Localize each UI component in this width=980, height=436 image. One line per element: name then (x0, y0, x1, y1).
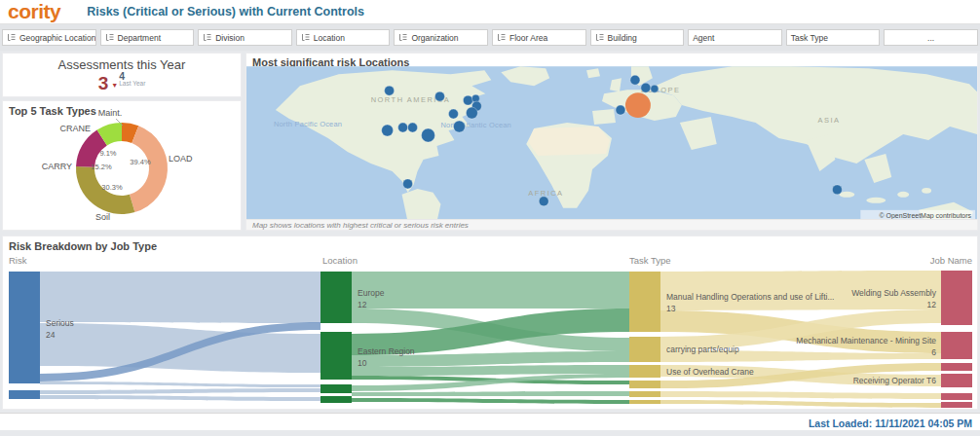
map-risk-point[interactable] (630, 75, 640, 85)
filter-agent[interactable]: Agent (688, 29, 782, 46)
sankey-flow[interactable] (352, 391, 629, 396)
filter-label: Organization (411, 33, 458, 43)
sankey-node[interactable] (629, 391, 660, 397)
sankey-node-value: 12 (927, 300, 937, 309)
map-risk-point[interactable] (385, 86, 395, 95)
risk-locations-map-panel: Most significant risk Locations NORTH AM… (245, 53, 978, 231)
filter-bar: Geographic Location Department Division … (0, 24, 980, 51)
filter-organization[interactable]: Organization (394, 29, 488, 46)
sankey-node-eastern-region[interactable] (320, 332, 352, 380)
sankey-column-header-risk: Risk (9, 255, 27, 266)
map-label-ocean: North Pacific Ocean (274, 120, 342, 128)
sankey-flow[interactable] (660, 391, 941, 399)
sankey-node-europe[interactable] (320, 272, 352, 323)
drill-down-icon (105, 33, 114, 42)
sankey-flow[interactable] (352, 272, 629, 309)
sankey-node-label: Receiving Operator T6 (853, 376, 937, 385)
filter-task-type[interactable]: Task Type (786, 29, 881, 46)
filter-label: Building (608, 33, 637, 43)
map-risk-point[interactable] (403, 179, 413, 189)
filter-label: Floor Area (509, 33, 547, 43)
sankey-node-use-of-overhead-crane[interactable] (629, 365, 660, 378)
filter-label: Location (314, 33, 345, 43)
donut-percent-label: 15.2% (91, 163, 112, 171)
map-risk-point[interactable] (651, 85, 659, 92)
cority-logo: cority (8, 2, 60, 21)
sankey-node-receiving-operator-t6[interactable] (941, 374, 972, 387)
map-risk-point[interactable] (382, 125, 394, 136)
assessments-kpi-panel: Assessments this Year 3▼4Last Year (2, 53, 242, 97)
sankey-node-serious[interactable] (9, 272, 40, 383)
filter-floor-area[interactable]: Floor Area (492, 29, 586, 46)
map-risk-point[interactable] (448, 109, 458, 119)
map-risk-point[interactable] (539, 197, 548, 206)
map-risk-point[interactable] (463, 95, 472, 105)
sankey-flow[interactable] (40, 382, 320, 387)
sankey-node[interactable] (629, 400, 660, 404)
page-title: Risks (Critical or Serious) with Current… (87, 5, 364, 18)
sankey-node-manual-handling-operations-and[interactable] (629, 272, 660, 332)
sankey-node-value: 10 (358, 358, 367, 368)
sankey-column-header-job-name: Job Name (930, 255, 972, 266)
map-risk-point[interactable] (453, 121, 465, 132)
sankey-node-label: Welding Sub Assembly (851, 288, 937, 298)
map-risk-point[interactable] (641, 83, 651, 92)
trend-down-icon: ▼ (111, 82, 118, 89)
drill-down-icon (595, 33, 604, 42)
map-risk-point[interactable] (398, 123, 408, 132)
filter-building[interactable]: Building (590, 29, 685, 46)
sankey-node-welding-sub-assembly[interactable] (941, 271, 972, 325)
sankey-flow[interactable] (40, 388, 320, 394)
risk-breakdown-sankey-chart[interactable]: Serious24Europe12Eastern Region10Manual … (3, 236, 977, 409)
sankey-node-label: Manual Handling Operations and use of Li… (666, 292, 834, 302)
sankey-node[interactable] (941, 363, 972, 371)
filter-department[interactable]: Department (100, 29, 195, 46)
status-bar: Last Loaded: 11/11/2021 04:05 PM (0, 413, 980, 430)
sankey-node-mechanical-maintenance-mining-[interactable] (941, 332, 972, 359)
drill-down-icon (7, 33, 16, 42)
sankey-node[interactable] (941, 402, 972, 408)
sankey-flow[interactable] (660, 400, 941, 408)
sankey-flow[interactable] (40, 272, 320, 323)
sankey-flow[interactable] (352, 398, 629, 404)
ellipsis-icon: ... (927, 33, 934, 43)
sahara-desert (528, 127, 610, 156)
world-map[interactable]: NORTH AMERICAEUROPEASIAAFRICANorth Pacif… (246, 66, 977, 222)
map-risk-point[interactable] (408, 123, 418, 132)
filter-label: Division (215, 33, 245, 43)
map-highlight-point[interactable] (625, 92, 651, 118)
donut-category-label: LOAD (169, 154, 193, 164)
filter-label: Department (118, 33, 161, 43)
filter-label: Task Type (791, 33, 828, 43)
sankey-node[interactable] (320, 396, 352, 403)
map-risk-point[interactable] (466, 107, 477, 119)
sankey-chart-title: Risk Breakdown by Job Type (9, 240, 157, 252)
sankey-node-label: Europe (358, 288, 385, 298)
app-header: cority Risks (Critical or Serious) with … (0, 0, 980, 24)
task-types-donut-chart[interactable]: Maint.LOAD39.4%Soil30.3%CARRY15.2%CRANE9… (3, 101, 243, 232)
sankey-node[interactable] (941, 393, 972, 400)
map-risk-point[interactable] (422, 128, 435, 142)
sankey-node-label: carrying parts/equip (666, 345, 739, 354)
map-risk-point[interactable] (616, 105, 625, 115)
sankey-node[interactable] (629, 381, 660, 388)
filter-location[interactable]: Location (296, 29, 391, 46)
map-risk-point[interactable] (832, 185, 842, 195)
sankey-node-carrying-parts-equip[interactable] (629, 337, 660, 362)
donut-slice-load[interactable] (130, 126, 168, 212)
drill-down-icon (301, 33, 310, 42)
map-caption: Map shows locations with highest critica… (246, 219, 977, 230)
sankey-flow[interactable] (40, 395, 320, 401)
filter-geographic-location[interactable]: Geographic Location (2, 29, 96, 46)
filter-division[interactable]: Division (198, 29, 292, 46)
filter-label: Agent (693, 33, 714, 43)
sankey-node[interactable] (9, 390, 40, 399)
risk-breakdown-sankey-panel: Risk Breakdown by Job Type Serious24Euro… (2, 236, 978, 410)
donut-category-label: Maint. (98, 108, 123, 118)
sankey-column-header-task-type: Task Type (629, 255, 671, 266)
kpi-value-row: 3▼4Last Year (3, 72, 241, 95)
kpi-previous-label: Last Year (119, 80, 145, 88)
map-risk-point[interactable] (434, 91, 444, 101)
sankey-node[interactable] (320, 384, 352, 393)
more-filters-button[interactable]: ... (884, 29, 978, 46)
